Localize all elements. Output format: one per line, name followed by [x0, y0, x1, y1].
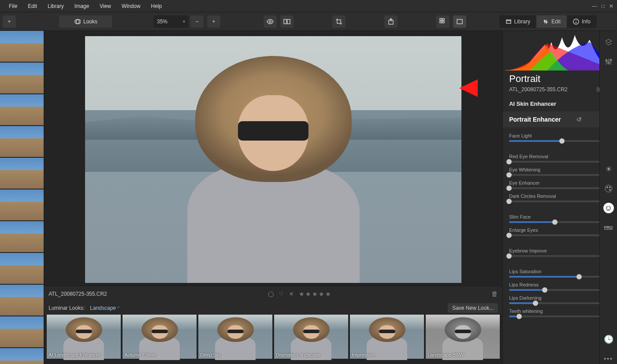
- slider-lips-redness[interactable]: Lips Redness35: [509, 282, 611, 291]
- looks-bar: Luminar Looks: Landscape ^ Save New Look…: [44, 301, 502, 315]
- grid-icon: [439, 18, 446, 25]
- creative-icon[interactable]: [603, 183, 614, 194]
- looks-button[interactable]: Looks: [59, 15, 112, 28]
- svg-rect-11: [506, 20, 511, 23]
- svg-rect-10: [457, 19, 462, 24]
- maximize-icon[interactable]: □: [602, 3, 605, 9]
- look-preset[interactable]: Dramatic Landscape: [274, 315, 348, 359]
- look-label: AI Landscape Enhancer: [48, 352, 100, 357]
- thumbnail[interactable]: [0, 63, 44, 93]
- look-label: Autumn Colors: [124, 352, 156, 357]
- history-icon[interactable]: 🕓: [603, 334, 614, 345]
- thumbnail[interactable]: [0, 31, 44, 62]
- arrow-annotation: [459, 79, 478, 97]
- tab-info[interactable]: Info: [567, 15, 597, 28]
- thumbnail[interactable]: [0, 94, 44, 125]
- slider-eye-enhancer[interactable]: Eye Enhancer0: [509, 180, 611, 189]
- minimize-icon[interactable]: —: [592, 3, 597, 9]
- preview-button[interactable]: [264, 15, 277, 28]
- thumbnail[interactable]: [0, 348, 44, 364]
- zoom-select[interactable]: 35%: [153, 15, 189, 28]
- menu-help[interactable]: Help: [146, 3, 167, 9]
- adjustments-icon[interactable]: [603, 56, 614, 67]
- slider-label: Dark Circles Removal: [509, 193, 556, 199]
- svg-rect-7: [442, 19, 444, 20]
- menu-image[interactable]: Image: [69, 3, 94, 9]
- thumbnail[interactable]: [0, 285, 44, 316]
- layers-icon[interactable]: [603, 37, 614, 48]
- mode-tabs: LibraryEditInfo: [499, 15, 597, 28]
- compare-button[interactable]: [280, 15, 294, 28]
- looks-category[interactable]: Landscape ^: [90, 305, 119, 311]
- look-preset[interactable]: AI Landscape Enhancer: [47, 315, 121, 359]
- menu-view[interactable]: View: [94, 3, 116, 9]
- info-bar: ATL_20080725-355.CR2 ◯ ♡ ✕ ★★★★★ 🗑: [44, 286, 502, 301]
- tab-library[interactable]: Library: [499, 15, 537, 28]
- slider-lips-darkening[interactable]: Lips Darkening26: [509, 295, 611, 304]
- eye-icon: [267, 18, 274, 25]
- menu-library[interactable]: Library: [42, 3, 69, 9]
- slider-enlarge-eyes[interactable]: Enlarge Eyes0: [509, 227, 611, 236]
- rating-stars[interactable]: ★★★★★: [299, 290, 331, 297]
- slider-eye-whitening[interactable]: Eye Whitening0: [509, 167, 611, 176]
- look-label: Impressive: [352, 352, 375, 357]
- tab-edit[interactable]: Edit: [536, 15, 567, 28]
- slider-label: Enlarge Eyes: [509, 227, 538, 233]
- menu-window[interactable]: Window: [116, 3, 146, 9]
- export-button[interactable]: [384, 15, 398, 28]
- looks-title: Luminar Looks:: [48, 305, 85, 311]
- filmstrip[interactable]: [0, 31, 44, 364]
- slider-face-light[interactable]: Face Light52: [509, 133, 611, 142]
- zoom-out-button[interactable]: −: [190, 15, 204, 28]
- look-label: Landscape B&W: [427, 352, 464, 357]
- reset-icon[interactable]: ↺: [576, 116, 582, 123]
- svg-rect-9: [442, 21, 444, 23]
- slider-red-eye-removal[interactable]: Red Eye Removal0: [509, 154, 611, 163]
- thumbnail[interactable]: [0, 158, 44, 189]
- thumbnail[interactable]: [0, 189, 44, 220]
- slider-slim-face[interactable]: Slim Face45: [509, 214, 611, 223]
- looks-icon: [74, 18, 81, 25]
- look-preset[interactable]: Impressive: [350, 315, 424, 359]
- canvas-area[interactable]: [44, 31, 502, 286]
- slider-teeth-whitening[interactable]: Teeth whitening10: [509, 308, 611, 317]
- slider-label: Lips Redness: [509, 282, 539, 287]
- menu-bar: FileEditLibraryImageViewWindowHelp — □ ✕: [0, 0, 617, 12]
- pro-icon[interactable]: PRO: [603, 222, 614, 233]
- flag-icon[interactable]: ◯: [268, 291, 274, 297]
- reject-icon[interactable]: ✕: [289, 291, 294, 297]
- heart-icon[interactable]: ♡: [279, 291, 284, 297]
- thumbnail[interactable]: [0, 316, 44, 347]
- looks-strip[interactable]: AI Landscape EnhancerAutumn ColorsDeep S…: [44, 315, 502, 364]
- current-filename: ATL_20080725-355.CR2: [48, 291, 107, 297]
- add-button[interactable]: ＋: [3, 15, 16, 28]
- menu-file[interactable]: File: [4, 3, 22, 9]
- slider-label: Eye Enhancer: [509, 180, 539, 186]
- delete-icon[interactable]: 🗑: [491, 290, 498, 297]
- close-icon[interactable]: ✕: [609, 3, 613, 9]
- histogram: [505, 33, 615, 71]
- single-icon: [456, 18, 463, 25]
- portrait-icon[interactable]: ☺: [603, 203, 614, 213]
- svg-point-20: [609, 187, 610, 188]
- grid-view-button[interactable]: [436, 15, 450, 28]
- look-preset[interactable]: Deep Sky: [198, 315, 272, 359]
- crop-button[interactable]: [332, 15, 346, 28]
- slider-lips-saturation[interactable]: Lips Saturation69: [509, 269, 611, 278]
- zoom-in-button[interactable]: ＋: [207, 15, 220, 28]
- more-icon[interactable]: •••: [603, 353, 614, 364]
- look-preset[interactable]: Autumn Colors: [123, 315, 197, 359]
- slider-eyebrow-improve[interactable]: Eyebrow Improve0: [509, 248, 611, 257]
- thumbnail[interactable]: [0, 126, 44, 157]
- panel-filename: ATL_20080725-355.CR2: [509, 86, 568, 93]
- look-preset[interactable]: Landscape B&W: [426, 315, 500, 359]
- thumbnail[interactable]: [0, 253, 44, 284]
- menu-edit[interactable]: Edit: [22, 3, 42, 9]
- looks-label: Looks: [83, 19, 97, 25]
- svg-rect-3: [284, 19, 286, 24]
- single-view-button[interactable]: [453, 15, 466, 28]
- thumbnail[interactable]: [0, 221, 44, 252]
- slider-dark-circles-removal[interactable]: Dark Circles Removal0: [509, 193, 611, 202]
- essentials-icon[interactable]: ☀: [603, 164, 614, 175]
- save-look-button[interactable]: Save New Look...: [448, 303, 498, 313]
